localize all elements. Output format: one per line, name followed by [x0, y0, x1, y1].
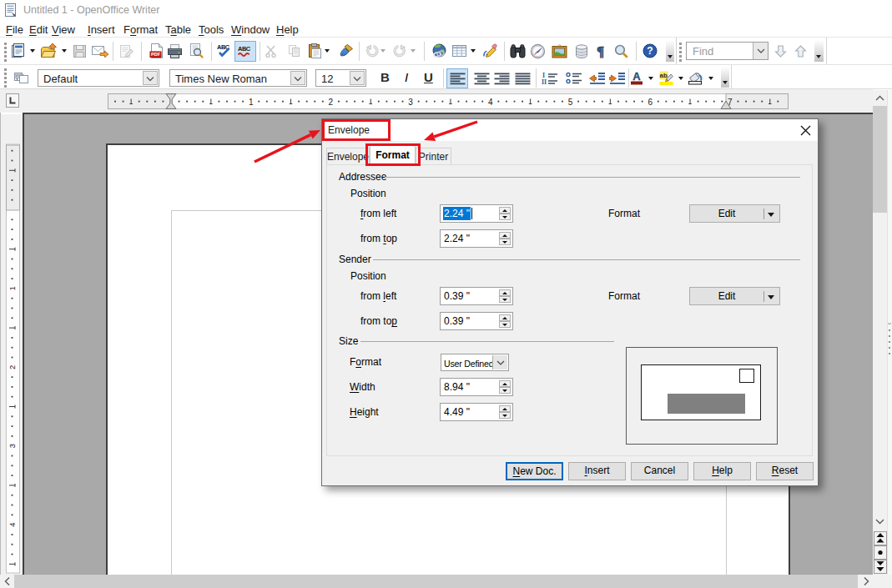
svg-text:3: 3: [408, 98, 413, 107]
svg-text:ABC: ABC: [238, 45, 251, 53]
svg-text:1: 1: [249, 98, 254, 107]
svg-text:II: II: [542, 78, 547, 85]
svg-text:3: 3: [8, 444, 17, 448]
svg-text:ab: ab: [660, 72, 668, 79]
svg-text:4: 4: [8, 522, 17, 526]
svg-text:2: 2: [8, 365, 17, 369]
svg-text:¶: ¶: [597, 43, 604, 58]
svg-text:5: 5: [568, 98, 573, 107]
svg-text:4: 4: [488, 98, 493, 107]
svg-text:1: 1: [8, 286, 17, 290]
svg-text:PDF: PDF: [151, 52, 161, 57]
svg-text:?: ?: [647, 45, 653, 57]
svg-text:6: 6: [648, 98, 653, 107]
svg-text:A: A: [632, 71, 641, 83]
svg-text:2: 2: [329, 98, 334, 107]
